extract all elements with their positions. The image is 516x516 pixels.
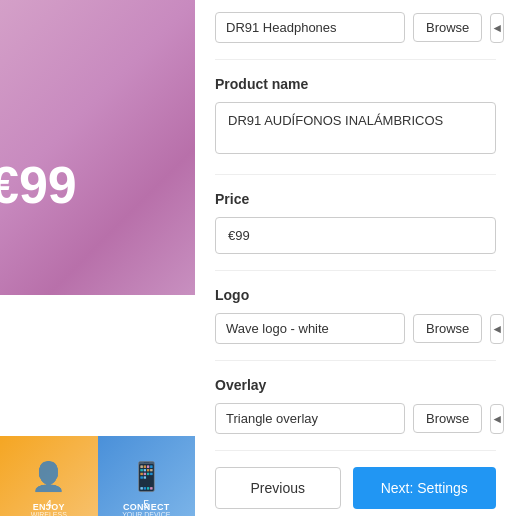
logo-label: Logo xyxy=(215,287,496,303)
thumbnail-2[interactable]: 📱 CONNECT YOUR DEVICE 5 xyxy=(98,436,196,516)
overlay-arrow-button[interactable]: ◄ xyxy=(490,404,504,434)
product-name-label: Product name xyxy=(215,76,496,92)
logo-file-row: Browse ◄ xyxy=(215,313,496,344)
previous-button[interactable]: Previous xyxy=(215,467,341,509)
overlay-file-row: Browse ◄ xyxy=(215,403,496,434)
thumbnail-1[interactable]: 👤 ENJOY WIRELESS 4 xyxy=(0,436,98,516)
file-row: Browse ◄ xyxy=(215,0,496,60)
bottom-actions: Previous Next: Settings xyxy=(215,451,496,509)
logo-input[interactable] xyxy=(215,313,405,344)
overlay-browse-button[interactable]: Browse xyxy=(413,404,482,433)
logo-arrow-icon: ◄ xyxy=(491,322,503,336)
thumbnail-strip: 👤 ENJOY WIRELESS 4 📱 CONNECT YOUR DEVICE… xyxy=(0,436,195,516)
price-overlay: €99 xyxy=(0,155,77,215)
logo-section: Logo Browse ◄ xyxy=(215,271,496,361)
product-name-input[interactable]: DR91 AUDÍFONOS INALÁMBRICOS xyxy=(215,102,496,154)
thumbnail-2-number: 5 xyxy=(98,498,196,510)
price-label: Price xyxy=(215,191,496,207)
overlay-arrow-icon: ◄ xyxy=(491,412,503,426)
next-settings-button[interactable]: Next: Settings xyxy=(353,467,496,509)
price-input[interactable] xyxy=(215,217,496,254)
arrow-back-icon: ◄ xyxy=(491,21,503,35)
browse-button[interactable]: Browse xyxy=(413,13,482,42)
logo-browse-button[interactable]: Browse xyxy=(413,314,482,343)
price-section: Price xyxy=(215,175,496,271)
thumbnail-2-sublabel: YOUR DEVICE xyxy=(98,511,196,516)
thumbnail-1-number: 4 xyxy=(0,498,98,510)
overlay-label: Overlay xyxy=(215,377,496,393)
arrow-back-button[interactable]: ◄ xyxy=(490,13,504,43)
thumbnail-1-sublabel: WIRELESS xyxy=(0,511,98,516)
overlay-input[interactable] xyxy=(215,403,405,434)
price-input-row xyxy=(215,217,496,254)
filename-input[interactable] xyxy=(215,12,405,43)
logo-arrow-button[interactable]: ◄ xyxy=(490,314,504,344)
left-panel: €99 👤 ENJOY WIRELESS 4 📱 CONNECT YOUR DE… xyxy=(0,0,195,516)
overlay-section: Overlay Browse ◄ xyxy=(215,361,496,451)
product-preview-image: €99 xyxy=(0,0,195,295)
right-panel: Browse ◄ Product name DR91 AUDÍFONOS INA… xyxy=(195,0,516,516)
product-name-section: Product name DR91 AUDÍFONOS INALÁMBRICOS xyxy=(215,60,496,175)
